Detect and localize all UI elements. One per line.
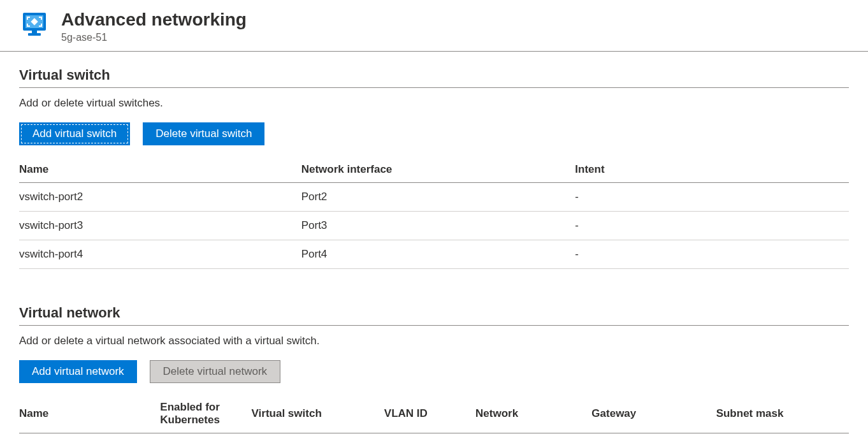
page-header: Advanced networking 5g-ase-51 <box>0 0 868 52</box>
table-row[interactable]: vswitch-port4 Port4 - <box>19 240 849 268</box>
vswitch-col-network-interface[interactable]: Network interface <box>301 157 575 183</box>
vnetwork-col-gateway[interactable]: Gateway <box>591 395 716 433</box>
header-text: Advanced networking 5g-ase-51 <box>61 9 247 43</box>
vnetwork-col-subnet[interactable]: Subnet mask <box>716 395 849 433</box>
vswitch-section-title: Virtual switch <box>19 67 849 88</box>
vnetwork-col-vswitch[interactable]: Virtual switch <box>252 395 384 433</box>
vswitch-button-row: Add virtual switch Delete virtual switch <box>19 122 849 145</box>
svg-rect-4 <box>28 33 41 36</box>
vswitch-intent: - <box>575 182 849 211</box>
vswitch-table: Name Network interface Intent vswitch-po… <box>19 157 849 269</box>
table-row[interactable]: vswitch-port2 Port2 - <box>19 182 849 211</box>
vnetwork-col-enabled[interactable]: Enabled for Kubernetes <box>160 395 251 433</box>
add-virtual-network-button[interactable]: Add virtual network <box>19 360 137 383</box>
vswitch-col-intent[interactable]: Intent <box>575 157 849 183</box>
vnetwork-button-row: Add virtual network Delete virtual netwo… <box>19 360 849 383</box>
vswitch-intent: - <box>575 240 849 268</box>
vswitch-col-name[interactable]: Name <box>19 157 301 183</box>
vswitch-name: vswitch-port3 <box>19 211 301 240</box>
page-title: Advanced networking <box>61 9 247 31</box>
vswitch-intent: - <box>575 211 849 240</box>
vswitch-name: vswitch-port4 <box>19 240 301 268</box>
vnetwork-col-network[interactable]: Network <box>475 395 591 433</box>
virtual-switch-section: Virtual switch Add or delete virtual swi… <box>19 67 849 269</box>
vswitch-name: vswitch-port2 <box>19 182 301 211</box>
page-subtitle: 5g-ase-51 <box>61 32 247 43</box>
delete-virtual-switch-button[interactable]: Delete virtual switch <box>143 122 264 145</box>
vnetwork-section-title: Virtual network <box>19 305 849 326</box>
table-row[interactable]: vswitch-port3 Port3 - <box>19 211 849 240</box>
svg-rect-3 <box>32 31 37 33</box>
vswitch-network-interface: Port4 <box>301 240 575 268</box>
add-virtual-switch-button[interactable]: Add virtual switch <box>19 122 130 145</box>
networking-icon <box>19 9 50 40</box>
vnetwork-col-name[interactable]: Name <box>19 395 160 433</box>
vswitch-network-interface: Port3 <box>301 211 575 240</box>
vswitch-section-desc: Add or delete virtual switches. <box>19 97 849 110</box>
vswitch-network-interface: Port2 <box>301 182 575 211</box>
vnetwork-section-desc: Add or delete a virtual network associat… <box>19 335 849 347</box>
delete-virtual-network-button: Delete virtual network <box>150 360 280 383</box>
vnetwork-col-vlan[interactable]: VLAN ID <box>384 395 475 433</box>
vnetwork-table: Name Enabled for Kubernetes Virtual swit… <box>19 395 849 433</box>
virtual-network-section: Virtual network Add or delete a virtual … <box>19 305 849 433</box>
